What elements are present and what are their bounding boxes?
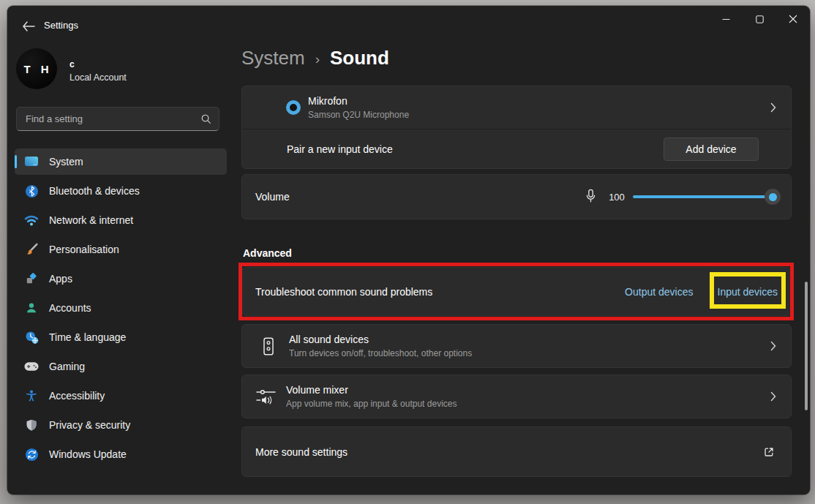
slider-track[interactable] [633,195,766,198]
volume-label: Volume [255,191,290,203]
sidebar-item-label: Privacy & security [49,419,130,431]
radio-selected-icon[interactable] [286,100,301,115]
settings-window: Settings T H c Local Account [7,6,810,494]
account-name: c [70,59,75,69]
volume-mixer-title: Volume mixer [286,384,457,396]
sidebar-item-label: Accessibility [49,390,105,402]
volume-slider[interactable] [633,189,781,205]
accessibility-icon [24,388,39,403]
volume-mixer-row[interactable]: Volume mixer App volume mix, app input &… [241,375,792,418]
network-icon [24,213,39,227]
sidebar-item-time-language[interactable]: Time & language [15,324,227,350]
windows-update-icon [24,447,39,462]
sidebar-item-apps[interactable]: Apps [15,266,227,292]
breadcrumb: System › Sound [241,47,389,69]
all-sound-devices-subtitle: Turn devices on/off, troubleshoot, other… [289,348,472,358]
microphone-glyph-icon [585,189,596,206]
troubleshoot-label: Troubleshoot common sound problems [255,286,432,298]
sidebar-item-accounts[interactable]: Accounts [15,295,227,321]
sidebar-item-label: System [49,156,83,168]
back-arrow-icon [22,21,35,31]
sidebar-item-label: Time & language [49,331,126,343]
microphone-row[interactable]: Mikrofon Samson Q2U Microphone [242,86,791,129]
scrollbar-thumb[interactable] [805,282,808,410]
slider-thumb[interactable] [765,189,781,205]
volume-value: 100 [606,192,627,203]
system-icon [24,154,39,169]
page-title: Sound [330,47,389,69]
input-device-card-group: Mikrofon Samson Q2U Microphone Pair a ne… [241,86,792,169]
sidebar-item-privacy-security[interactable]: Privacy & security [15,412,227,438]
more-sound-settings-label: More sound settings [255,446,348,458]
external-link-icon [763,446,775,458]
time-language-icon [24,330,39,345]
sidebar-item-windows-update[interactable]: Windows Update [15,441,227,467]
all-sound-devices-title: All sound devices [289,334,472,345]
pair-device-label: Pair a new input device [287,143,393,155]
shield-icon [24,418,39,432]
breadcrumb-parent[interactable]: System [241,47,305,69]
add-device-button[interactable]: Add device [664,138,759,161]
speaker-cabinet-icon [258,337,279,356]
maximize-button[interactable] [743,6,776,32]
apps-icon [24,271,39,286]
maximize-icon [756,15,764,23]
input-devices-link[interactable]: Input devices [718,286,778,298]
sidebar-item-label: Personalisation [49,244,119,255]
bluetooth-icon [24,184,39,198]
sidebar-item-label: Apps [49,273,72,285]
screenshot-root: { "titlebar": { "app_title": "Settings" … [0,0,815,504]
volume-mixer-icon [255,388,276,405]
search-icon [200,113,211,127]
app-title: Settings [44,20,78,31]
microphone-title: Mikrofon [308,95,409,107]
sidebar-item-accessibility[interactable]: Accessibility [15,383,227,409]
back-button[interactable] [18,18,40,35]
sidebar-nav: System Bluetooth & devices Network & int… [15,148,227,467]
more-sound-settings-row[interactable]: More sound settings [241,426,792,477]
sidebar-item-personalisation[interactable]: Personalisation [15,236,227,263]
avatar[interactable]: T H [16,48,57,89]
accounts-icon [24,301,39,315]
output-devices-link[interactable]: Output devices [625,286,693,298]
sidebar-item-bluetooth[interactable]: Bluetooth & devices [15,178,227,204]
microphone-subtitle: Samson Q2U Microphone [308,110,409,120]
account-type: Local Account [70,72,127,83]
breadcrumb-separator-icon: › [315,51,320,67]
sidebar-item-network[interactable]: Network & internet [15,207,227,233]
chevron-right-icon [770,391,776,402]
close-button[interactable] [776,6,810,32]
sidebar-item-gaming[interactable]: Gaming [15,353,227,380]
section-header-advanced: Advanced [243,247,292,259]
troubleshoot-row: Troubleshoot common sound problems Outpu… [241,267,792,316]
close-icon [789,15,797,23]
pair-device-row: Pair a new input device Add device [242,129,791,168]
search-box [16,107,219,131]
caption-buttons [709,6,810,32]
sidebar-item-label: Accounts [49,302,91,314]
sidebar-item-label: Network & internet [49,214,133,226]
all-sound-devices-row[interactable]: All sound devices Turn devices on/off, t… [241,324,792,368]
chevron-right-icon [770,341,776,351]
volume-mixer-subtitle: App volume mix, app input & output devic… [286,399,457,409]
minimize-icon [722,15,730,23]
sidebar-item-system[interactable]: System [15,148,227,175]
sidebar-item-label: Windows Update [49,448,127,460]
search-input[interactable] [17,108,219,130]
sidebar-item-label: Gaming [49,361,85,372]
volume-row: Volume 100 [241,174,792,219]
sidebar-item-label: Bluetooth & devices [49,185,140,197]
chevron-right-icon [770,102,776,113]
gaming-icon [24,359,39,374]
personalisation-icon [24,242,39,257]
minimize-button[interactable] [709,6,743,32]
